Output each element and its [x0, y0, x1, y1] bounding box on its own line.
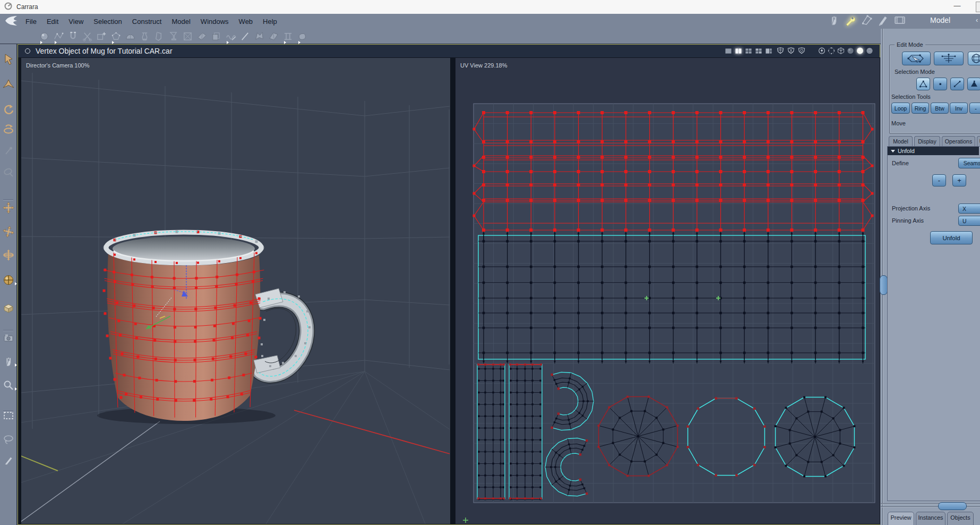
- circle-arrow-icon[interactable]: [818, 47, 826, 54]
- grid-big-small-icon[interactable]: [764, 47, 772, 55]
- move-cross-2-tool[interactable]: [2, 225, 15, 238]
- dropdown-triangle-icon[interactable]: [40, 41, 42, 44]
- vertex-tool-icon[interactable]: [861, 14, 873, 28]
- glass-icon[interactable]: [167, 30, 179, 43]
- seams-button[interactable]: Seams: [958, 158, 980, 168]
- cursor-tool[interactable]: [2, 53, 15, 65]
- selection-tool-inv-button[interactable]: Inv: [950, 103, 968, 114]
- menu-file[interactable]: File: [25, 18, 37, 26]
- dropdown-triangle-icon[interactable]: [55, 41, 57, 44]
- 3d-viewport-canvas[interactable]: [21, 58, 450, 524]
- menu-selection[interactable]: Selection: [93, 18, 122, 26]
- hand-tool-icon[interactable]: [828, 14, 840, 28]
- panel-splitter-handle[interactable]: [880, 275, 888, 295]
- selection-tool---button[interactable]: -: [969, 103, 980, 114]
- grow-seam-button[interactable]: +: [952, 174, 966, 187]
- bottom-splitter-handle[interactable]: [938, 502, 967, 510]
- panel-tab-operations[interactable]: Operations: [942, 136, 975, 146]
- dim-wand-tool[interactable]: [2, 145, 15, 158]
- knife-tool[interactable]: [2, 454, 15, 467]
- dropdown-triangle-icon[interactable]: [112, 41, 114, 44]
- menu-edit[interactable]: Edit: [47, 18, 58, 26]
- bridge-icon[interactable]: [282, 30, 294, 43]
- x-box-icon[interactable]: [182, 30, 194, 43]
- maximize-button[interactable]: [976, 2, 980, 12]
- panel-tab-display[interactable]: Display: [914, 136, 940, 146]
- edit-mode-bones-button[interactable]: [934, 52, 964, 65]
- duplicate-icon[interactable]: [210, 30, 222, 43]
- lathe-icon[interactable]: [139, 30, 151, 43]
- menu-windows[interactable]: Windows: [201, 18, 229, 26]
- dropdown-triangle-icon[interactable]: [227, 41, 229, 44]
- selection-tool-ring-button[interactable]: Ring: [912, 103, 929, 114]
- slash-icon[interactable]: [239, 30, 251, 43]
- extrude-icon[interactable]: [153, 30, 165, 43]
- shield-c-icon[interactable]: [797, 47, 805, 54]
- move3d-tool[interactable]: [2, 79, 15, 91]
- edit-mode-vertex-button[interactable]: [902, 52, 931, 65]
- sphere-textured-icon[interactable]: [865, 47, 873, 54]
- blob-icon[interactable]: [296, 30, 308, 43]
- rotate-tool[interactable]: [2, 103, 15, 116]
- grid-2x2-icon[interactable]: [744, 47, 752, 55]
- gold-sphere-tool[interactable]: [2, 274, 15, 286]
- hand-tool[interactable]: [2, 355, 15, 368]
- uv-viewport[interactable]: UV View 229.18%: [455, 57, 880, 524]
- plane-icon[interactable]: [268, 30, 280, 43]
- menu-web[interactable]: Web: [239, 18, 253, 26]
- shield-b-icon[interactable]: [787, 47, 795, 54]
- bottom-tab-objects[interactable]: Objects: [947, 512, 974, 525]
- selection-tool-btw-button[interactable]: Btw: [931, 103, 949, 114]
- rotate-disc-tool[interactable]: [2, 123, 15, 136]
- animation-tool-icon[interactable]: [894, 14, 906, 28]
- lasso-tool[interactable]: [2, 433, 15, 446]
- panel-tab-u[interactable]: U: [977, 136, 980, 146]
- wrench-tool-icon[interactable]: [845, 14, 856, 28]
- move-cross-3-tool[interactable]: [2, 249, 15, 261]
- selection-mode-face-button[interactable]: [967, 78, 980, 90]
- unfold-button[interactable]: Unfold: [930, 231, 973, 244]
- single-pane-icon[interactable]: [724, 47, 732, 55]
- dropdown-triangle-icon[interactable]: [298, 41, 300, 44]
- projection-axis-select[interactable]: X: [958, 204, 980, 214]
- sphere-dark-icon[interactable]: [846, 47, 854, 54]
- selection-mode-edge-button[interactable]: [950, 78, 964, 90]
- menu-model[interactable]: Model: [171, 18, 190, 26]
- selection-mode-vertex-button[interactable]: [916, 78, 930, 90]
- menu-construct[interactable]: Construct: [132, 18, 162, 26]
- bottom-tab-preview[interactable]: Preview: [888, 512, 914, 525]
- menu-view[interactable]: View: [68, 18, 83, 26]
- pinning-axis-select[interactable]: U: [958, 216, 980, 226]
- wave-pen-icon[interactable]: [225, 30, 237, 43]
- working-box-tool[interactable]: [2, 302, 15, 315]
- box-plus-icon[interactable]: [96, 30, 108, 43]
- move-cross-1-tool[interactable]: [2, 201, 15, 214]
- two-pane-icon[interactable]: [734, 47, 742, 55]
- dashed-ball-icon[interactable]: [827, 47, 835, 54]
- magnet-icon[interactable]: [67, 30, 79, 43]
- dim-lasso-tool[interactable]: [2, 166, 15, 179]
- sphere-icon[interactable]: [38, 30, 50, 43]
- polygon-icon[interactable]: [110, 30, 122, 43]
- sphere-bright-icon[interactable]: [856, 47, 864, 54]
- crumple-icon[interactable]: [253, 30, 265, 43]
- paint-tool-icon[interactable]: [878, 14, 889, 28]
- unfold-section-header[interactable]: Unfold: [888, 147, 979, 155]
- bottom-tab-instances[interactable]: Instances: [916, 512, 945, 525]
- shrink-seam-button[interactable]: -: [932, 174, 946, 187]
- uv-viewport-canvas[interactable]: [455, 58, 880, 524]
- wedge-icon[interactable]: [196, 30, 208, 43]
- minimize-button[interactable]: —: [950, 2, 964, 11]
- curve-icon[interactable]: [53, 30, 65, 43]
- grid-2x2b-icon[interactable]: [754, 47, 762, 55]
- scissors-icon[interactable]: [81, 30, 93, 43]
- menu-edge-chevron-icon[interactable]: ‹: [976, 16, 978, 24]
- camera-tool[interactable]: [2, 332, 15, 344]
- selection-tool-loop-button[interactable]: Loop: [891, 103, 910, 114]
- edit-mode-uv-button[interactable]: [968, 52, 980, 65]
- magnify-tool[interactable]: [2, 379, 15, 392]
- wire-cube-icon[interactable]: [837, 47, 845, 54]
- 3d-viewport[interactable]: Director's Camera 100%: [21, 57, 451, 524]
- window-titlebar[interactable]: Carrara: [0, 0, 980, 14]
- dropdown-triangle-icon[interactable]: [284, 41, 286, 44]
